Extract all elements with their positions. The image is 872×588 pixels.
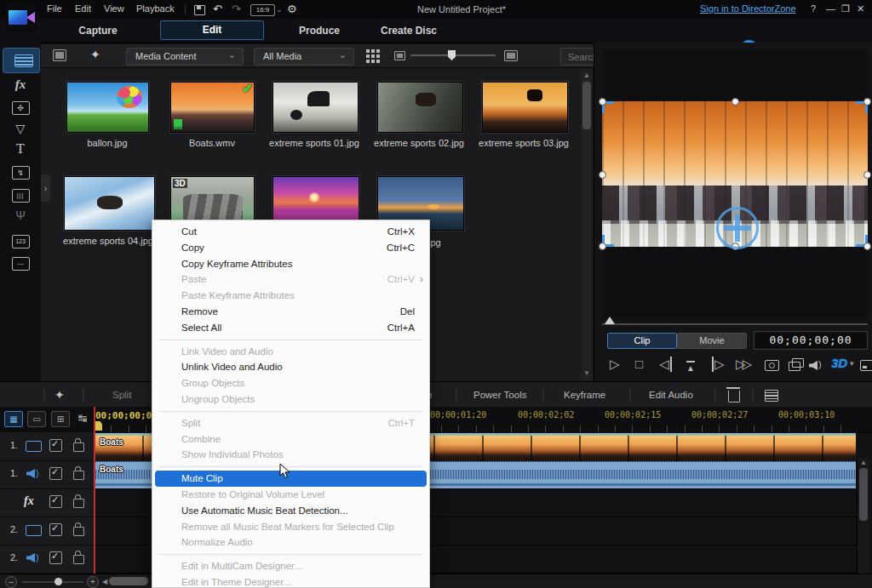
sidebar-item-overlay-room[interactable]: ✣ xyxy=(0,99,41,119)
menu-item-paste-keyframe-attributes[interactable]: Paste Keyframe Attributes xyxy=(155,288,427,304)
preview-viewport[interactable] xyxy=(602,49,868,318)
track-lock-icon[interactable] xyxy=(73,499,84,508)
grid-view-icon[interactable] xyxy=(366,49,370,53)
seek-position-button[interactable]: ▲ xyxy=(686,361,695,373)
menu-item-select-all[interactable]: Select AllCtrl+A xyxy=(155,320,427,336)
previous-frame-button[interactable]: ◁ xyxy=(659,357,672,372)
timeline-view-icon[interactable]: ▭ xyxy=(27,411,46,427)
power-tools-button[interactable]: Power Tools xyxy=(473,390,526,400)
sidebar-item-chapter-room[interactable]: 123 xyxy=(0,231,41,252)
media-content-dropdown[interactable]: Media Content ⌄ xyxy=(126,48,244,66)
dual-preview-icon[interactable] xyxy=(789,362,800,371)
selection-handle[interactable] xyxy=(599,171,606,179)
track-lock-icon[interactable] xyxy=(73,555,84,564)
track-enable-checkbox[interactable] xyxy=(49,495,62,508)
menu-item-group-objects[interactable]: Group Objects xyxy=(155,375,427,391)
move-crosshair-icon[interactable] xyxy=(716,207,759,249)
menu-item-split[interactable]: SplitCtrl+T xyxy=(155,415,427,431)
menu-item-link-video-and-audio[interactable]: Link Video and Audio xyxy=(155,344,427,360)
clip-mode-button[interactable]: Clip xyxy=(607,333,677,349)
media-thumbnail-es03[interactable] xyxy=(482,82,568,133)
scrollbar-thumb[interactable] xyxy=(859,468,868,521)
settings-gear-icon[interactable]: ⚙ xyxy=(287,3,297,15)
preview-timecode[interactable]: 00;00;00;00 xyxy=(754,331,868,350)
track-enable-checkbox[interactable] xyxy=(49,467,62,480)
tab-capture[interactable]: Capture xyxy=(60,25,136,37)
menu-item-restore-to-original-volume-level[interactable]: Restore to Original Volume Level xyxy=(155,487,427,503)
help-button[interactable]: ? xyxy=(811,3,816,14)
scroll-down-icon[interactable]: ▼ xyxy=(582,369,592,377)
zoom-out-button[interactable]: – xyxy=(5,576,17,588)
tab-produce[interactable]: Produce xyxy=(281,25,358,37)
thumbnail-zoom-thumb[interactable] xyxy=(448,50,456,60)
sidebar-item-voice-over-room[interactable]: Ψ xyxy=(0,208,41,228)
track-manager-icon[interactable]: ▦ xyxy=(4,411,23,427)
selection-handle[interactable] xyxy=(599,243,606,250)
scrollbar-thumb[interactable] xyxy=(582,82,591,129)
undo-icon[interactable]: ↶ xyxy=(213,3,222,15)
menu-edit[interactable]: Edit xyxy=(75,3,91,14)
sort-list-icon[interactable] xyxy=(765,390,778,402)
large-thumbnail-icon[interactable] xyxy=(504,50,518,61)
menu-item-cut[interactable]: CutCtrl+X xyxy=(155,224,427,240)
menu-item-unlink-video-and-audio[interactable]: Unlink Video and Audio xyxy=(155,359,427,375)
track-header-video2[interactable]: 2. xyxy=(0,517,94,545)
all-media-dropdown[interactable]: All Media ⌄ xyxy=(254,48,354,66)
menu-item-edit-in-theme-designer[interactable]: Edit in Theme Designer... xyxy=(155,574,427,588)
media-thumbnail-es01[interactable] xyxy=(272,82,359,133)
zoom-in-button[interactable]: + xyxy=(87,576,99,588)
sidebar-item-subtitle-room[interactable]: --- xyxy=(0,254,41,274)
timeline-zoom-thumb[interactable] xyxy=(54,578,62,585)
sidebar-item-media-room[interactable] xyxy=(3,48,40,73)
timeline-playhead[interactable] xyxy=(94,407,95,574)
track-lock-icon[interactable] xyxy=(73,471,84,480)
media-thumbnail-boats[interactable]: ✔ xyxy=(170,82,255,133)
track-header-fx[interactable]: fx xyxy=(0,488,94,517)
sidebar-item-audio-mixing-room[interactable]: ||| xyxy=(0,186,41,206)
selection-handle[interactable] xyxy=(863,243,871,250)
split-button[interactable]: Split xyxy=(112,390,131,400)
preview-seek-bar[interactable] xyxy=(602,323,868,325)
menu-item-copy-keyframe-attributes[interactable]: Copy Keyframe Attributes xyxy=(155,256,427,272)
minimize-button[interactable]: — xyxy=(826,3,835,14)
menu-view[interactable]: View xyxy=(104,3,124,14)
small-thumbnail-icon[interactable] xyxy=(394,51,405,60)
menu-item-copy[interactable]: CopyCtrl+C xyxy=(155,240,427,256)
track-header-video1[interactable]: 1. xyxy=(0,432,94,461)
timeline-zoom-slider[interactable] xyxy=(22,581,83,583)
selection-handle[interactable] xyxy=(599,98,606,106)
library-scrollbar[interactable]: ▲ ▼ xyxy=(582,70,592,380)
scroll-left-icon[interactable]: ◀ xyxy=(102,578,107,585)
delete-trash-icon[interactable] xyxy=(728,391,740,402)
menu-item-remove-all-music-beat-markers-for-selected-clip[interactable]: Remove all Music Beat Markers for Select… xyxy=(155,519,427,535)
keyframe-button[interactable]: Keyframe xyxy=(564,390,605,400)
menu-file[interactable]: File xyxy=(47,3,62,14)
tab-edit[interactable]: Edit xyxy=(160,20,264,40)
track-enable-checkbox[interactable] xyxy=(49,551,62,564)
selection-handle[interactable] xyxy=(863,98,871,106)
track-lock-icon[interactable] xyxy=(73,442,84,452)
menu-item-paste[interactable]: PasteCtrl+V› xyxy=(155,271,427,288)
menu-playback[interactable]: Playback xyxy=(136,3,175,14)
download-media-icon[interactable]: ✦ xyxy=(90,48,100,61)
import-media-icon[interactable] xyxy=(53,49,66,61)
range-select-icon[interactable]: ⊞ xyxy=(51,411,70,427)
menu-item-edit-in-multicam-designer[interactable]: Edit in MultiCam Designer... xyxy=(155,558,427,574)
media-thumbnail-es04[interactable] xyxy=(64,176,155,231)
sidebar-item-transition-room[interactable]: ↯ xyxy=(0,163,41,184)
track-header-audio1[interactable]: 1. ) xyxy=(0,460,94,489)
horizontal-scrollbar-thumb[interactable] xyxy=(109,577,148,585)
edit-audio-button[interactable]: Edit Audio xyxy=(649,390,693,400)
selection-handle[interactable] xyxy=(863,171,871,179)
sidebar-expand-handle[interactable]: › xyxy=(41,174,50,202)
snapshot-camera-icon[interactable] xyxy=(765,360,779,371)
fast-forward-button[interactable]: ▷▷ xyxy=(736,357,749,372)
tab-create-disc[interactable]: Create Disc xyxy=(366,25,451,37)
menu-item-ungroup-objects[interactable]: Ungroup Objects xyxy=(155,391,427,408)
track-lock-icon[interactable] xyxy=(73,527,84,536)
close-button[interactable]: ✕ xyxy=(857,3,864,14)
maximize-button[interactable]: ❐ xyxy=(841,3,850,14)
sidebar-item-effect-room[interactable]: fx xyxy=(0,77,41,97)
play-button[interactable]: ▷ xyxy=(610,357,620,372)
redo-icon[interactable]: ↷ xyxy=(232,3,241,15)
